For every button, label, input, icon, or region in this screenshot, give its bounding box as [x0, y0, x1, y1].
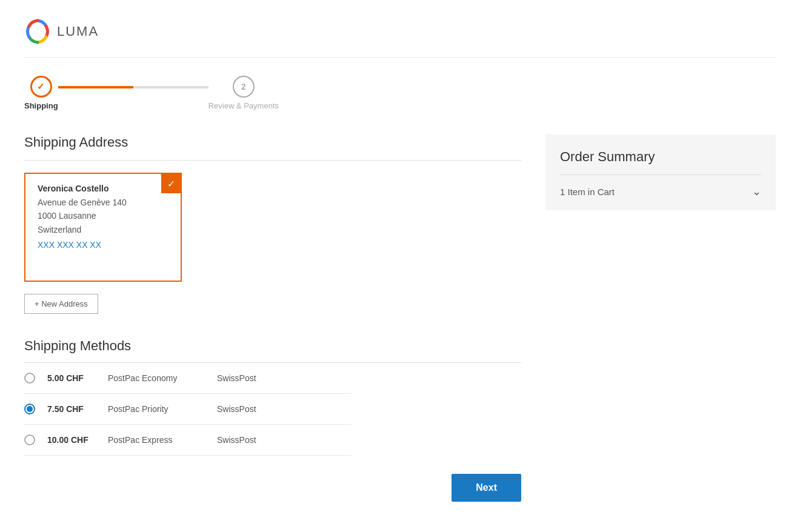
method-carrier-priority: SwissPost: [217, 404, 256, 414]
shipping-address-divider: [24, 160, 521, 161]
address-phone: XXX XXX XX XX: [38, 240, 168, 250]
method-carrier-express: SwissPost: [217, 435, 256, 445]
method-name-economy: PostPac Economy: [108, 373, 205, 383]
order-summary-box: Order Summary 1 Item in Cart ⌄: [545, 135, 776, 210]
address-city: 1000 Lausanne: [38, 209, 168, 222]
shipping-method-priority[interactable]: 7.50 CHF PostPac Priority SwissPost: [24, 394, 352, 425]
address-street: Avenue de Genève 140: [38, 196, 168, 209]
chevron-down-icon: ⌄: [752, 185, 761, 198]
shipping-method-economy[interactable]: 5.00 CHF PostPac Economy SwissPost: [24, 363, 352, 394]
progress-line-empty: [133, 86, 208, 88]
order-summary-cart-row[interactable]: 1 Item in Cart ⌄: [560, 185, 761, 198]
method-radio-express[interactable]: [24, 434, 35, 445]
step-1-circle: ✓: [30, 76, 52, 98]
method-name-priority: PostPac Priority: [108, 404, 205, 414]
method-name-express: PostPac Express: [108, 435, 205, 445]
next-button-row: Next: [24, 474, 521, 502]
step-2-review: 2 Review & Payments: [208, 76, 279, 110]
right-panel: Order Summary 1 Item in Cart ⌄: [545, 135, 776, 502]
address-name: Veronica Costello: [38, 184, 168, 193]
method-price-priority: 7.50 CHF: [47, 404, 96, 414]
shipping-methods-title: Shipping Methods: [24, 338, 521, 354]
address-selected-checkmark: ✓: [161, 174, 181, 193]
address-card-selected[interactable]: ✓ Veronica Costello Avenue de Genève 140…: [24, 173, 182, 282]
progress-line-filled: [58, 86, 133, 88]
method-radio-economy[interactable]: [24, 373, 35, 384]
header: LUMA: [24, 12, 776, 58]
logo-text: LUMA: [57, 24, 99, 39]
shipping-method-express[interactable]: 10.00 CHF PostPac Express SwissPost: [24, 425, 352, 456]
shipping-methods-list: 5.00 CHF PostPac Economy SwissPost 7.50 …: [24, 363, 521, 456]
svg-point-0: [25, 19, 50, 44]
method-radio-priority[interactable]: [24, 404, 35, 414]
shipping-address-title: Shipping Address: [24, 135, 521, 150]
step-2-circle: 2: [233, 76, 255, 98]
left-panel: Shipping Address ✓ Veronica Costello Ave…: [24, 135, 521, 502]
method-price-express: 10.00 CHF: [47, 435, 96, 445]
main-content: Shipping Address ✓ Veronica Costello Ave…: [24, 135, 776, 502]
next-button[interactable]: Next: [452, 474, 521, 502]
order-summary-title: Order Summary: [560, 149, 761, 165]
new-address-button[interactable]: + New Address: [24, 294, 98, 314]
method-price-economy: 5.00 CHF: [47, 373, 96, 383]
step-2-label: Review & Payments: [208, 101, 279, 110]
progress-steps: ✓ Shipping 2 Review & Payments: [24, 76, 279, 110]
address-cards: ✓ Veronica Costello Avenue de Genève 140…: [24, 173, 521, 282]
luma-logo-icon: [24, 18, 51, 45]
step-1-shipping: ✓ Shipping: [24, 76, 58, 110]
order-summary-cart-label: 1 Item in Cart: [560, 187, 615, 197]
order-summary-divider: [560, 175, 761, 175]
address-country: Switzerland: [38, 223, 168, 236]
method-carrier-economy: SwissPost: [217, 373, 256, 383]
step-1-label: Shipping: [24, 101, 58, 110]
